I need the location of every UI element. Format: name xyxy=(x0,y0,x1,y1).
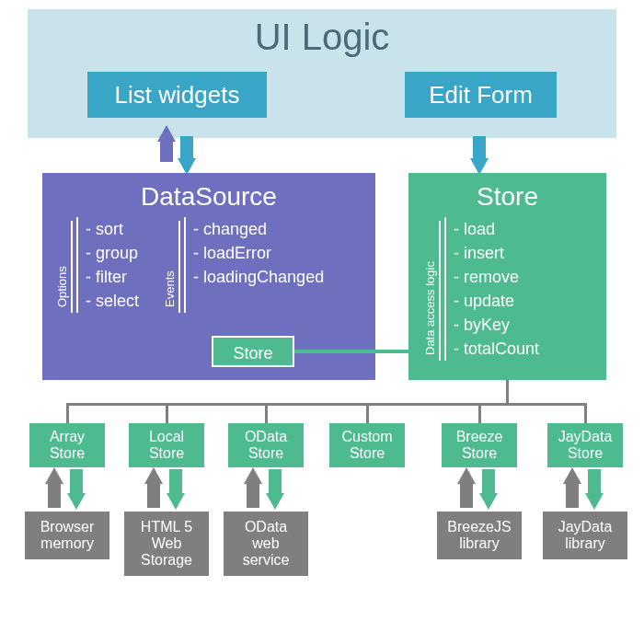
list-item: remove xyxy=(454,265,539,289)
breeze-store-box: BreezeStore xyxy=(442,423,517,467)
tree-line xyxy=(66,403,587,406)
odata-store-box: ODataStore xyxy=(228,423,304,467)
list-item: select xyxy=(86,289,139,313)
arrow-down-icon xyxy=(167,493,185,510)
arrow-shaft xyxy=(269,469,282,495)
html5-storage-box: HTML 5WebStorage xyxy=(124,512,209,576)
datasource-title: DataSource xyxy=(42,173,375,217)
list-item: totalCount xyxy=(454,337,539,361)
edit-form-box: Edit Form xyxy=(405,72,557,118)
arrow-down-icon xyxy=(585,493,604,510)
arrow-shaft xyxy=(70,469,83,495)
list-widgets-box: List widgets xyxy=(87,72,267,118)
jaydata-store-box: JayDataStore xyxy=(547,423,623,467)
store-connector-line xyxy=(294,350,408,353)
arrow-shaft xyxy=(147,482,160,508)
tree-line xyxy=(478,403,481,423)
arrow-shaft xyxy=(588,469,601,495)
breezejs-library-box: BreezeJSlibrary xyxy=(437,512,522,559)
array-store-box: ArrayStore xyxy=(29,423,105,467)
arrow-shaft xyxy=(460,482,473,508)
tree-line xyxy=(166,403,168,423)
arrow-shaft xyxy=(566,482,579,508)
ui-logic-title: UI Logic xyxy=(28,9,616,58)
options-list: sort group filter select xyxy=(76,217,148,313)
arrow-down-icon xyxy=(479,493,498,510)
tree-line xyxy=(506,380,509,404)
list-item: byKey xyxy=(454,313,539,337)
events-list: changed loadError loadingChanged xyxy=(184,217,333,313)
list-item: update xyxy=(454,289,539,313)
arrow-down-icon xyxy=(266,493,284,510)
arrow-shaft xyxy=(48,482,61,508)
methods-label: Data access logic xyxy=(421,221,441,361)
custom-store-box: CustomStore xyxy=(329,423,405,467)
list-item: loadError xyxy=(193,241,324,265)
arrow-shaft xyxy=(180,136,193,160)
arrow-down-icon xyxy=(67,493,86,510)
list-item: group xyxy=(86,241,139,265)
options-label: Options xyxy=(53,221,73,313)
tree-line xyxy=(584,403,587,423)
arrow-shaft xyxy=(169,469,182,495)
arrow-shaft xyxy=(247,482,259,508)
list-item: changed xyxy=(193,217,324,241)
events-label: Events xyxy=(161,221,180,313)
methods-list: load insert remove update byKey totalCou… xyxy=(444,217,546,361)
tree-line xyxy=(366,403,369,423)
store-panel: Store Data access logic load insert remo… xyxy=(408,173,606,380)
arrow-shaft xyxy=(482,469,495,495)
list-item: loadingChanged xyxy=(193,265,324,289)
browser-memory-box: Browsermemory xyxy=(25,512,109,559)
arrow-up-icon xyxy=(157,125,176,142)
tree-line xyxy=(265,403,268,423)
local-store-box: LocalStore xyxy=(129,423,204,467)
list-item: insert xyxy=(454,241,539,265)
arrow-shaft xyxy=(473,136,486,160)
tree-line xyxy=(66,403,69,423)
store-title: Store xyxy=(408,173,606,217)
list-item: sort xyxy=(86,217,139,241)
jaydata-library-box: JayDatalibrary xyxy=(543,512,627,559)
datasource-store-pill: Store xyxy=(212,336,294,367)
list-item: load xyxy=(454,217,539,241)
odata-service-box: ODatawebservice xyxy=(224,512,308,576)
list-item: filter xyxy=(86,265,139,289)
